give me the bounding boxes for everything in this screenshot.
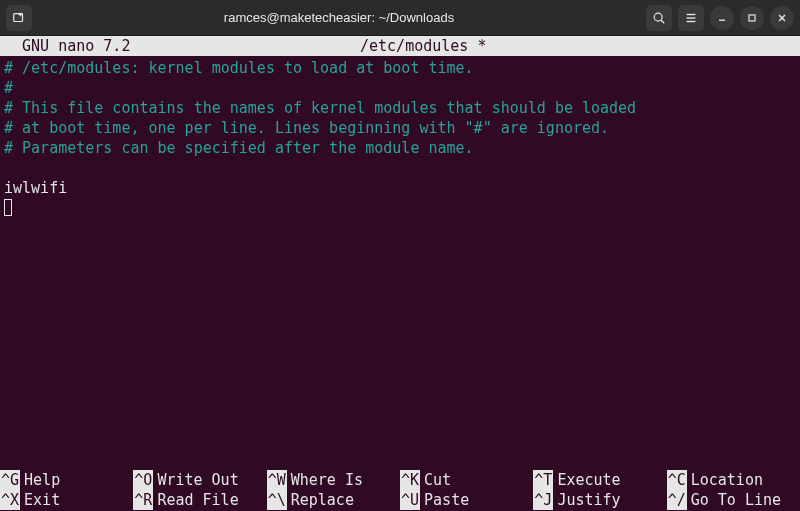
- nano-app-name: GNU nano 7.2: [4, 36, 130, 56]
- nano-status-bar: GNU nano 7.2 /etc/modules *: [0, 36, 800, 56]
- shortcut-label: Read File: [153, 490, 238, 510]
- editor-area[interactable]: # /etc/modules: kernel modules to load a…: [0, 56, 800, 470]
- window-title: ramces@maketecheasier: ~/Downloads: [32, 10, 646, 25]
- shortcut-help: ^GHelp: [0, 470, 133, 490]
- shortcut-label: Write Out: [153, 470, 238, 490]
- window-titlebar: ramces@maketecheasier: ~/Downloads: [0, 0, 800, 36]
- shortcut-gotoline: ^/Go To Line: [667, 490, 800, 510]
- shortcut-paste: ^UPaste: [400, 490, 533, 510]
- search-button[interactable]: [646, 5, 672, 31]
- nano-file-name: /etc/modules *: [130, 36, 716, 56]
- shortcut-key: ^/: [667, 490, 687, 510]
- shortcut-label: Paste: [420, 490, 469, 510]
- shortcut-label: Go To Line: [687, 490, 781, 510]
- shortcut-label: Exit: [20, 490, 60, 510]
- editor-line: # /etc/modules: kernel modules to load a…: [4, 59, 474, 77]
- shortcut-row-2: ^XExit ^RRead File ^\Replace ^UPaste ^JJ…: [0, 490, 800, 510]
- shortcut-label: Cut: [420, 470, 451, 490]
- shortcut-exit: ^XExit: [0, 490, 133, 510]
- shortcut-key: ^W: [267, 470, 287, 490]
- close-button[interactable]: [770, 6, 794, 30]
- shortcut-label: Where Is: [287, 470, 363, 490]
- shortcut-key: ^T: [533, 470, 553, 490]
- shortcut-row-1: ^GHelp ^OWrite Out ^WWhere Is ^KCut ^TEx…: [0, 470, 800, 490]
- shortcut-label: Justify: [553, 490, 620, 510]
- shortcut-whereis: ^WWhere Is: [267, 470, 400, 490]
- shortcut-label: Location: [687, 470, 763, 490]
- svg-point-3: [654, 13, 662, 21]
- new-tab-button[interactable]: [6, 5, 32, 31]
- shortcut-key: ^\: [267, 490, 287, 510]
- shortcut-readfile: ^RRead File: [133, 490, 266, 510]
- editor-line: # at boot time, one per line. Lines begi…: [4, 119, 609, 137]
- maximize-button[interactable]: [740, 6, 764, 30]
- shortcut-writeout: ^OWrite Out: [133, 470, 266, 490]
- editor-line: # Parameters can be specified after the …: [4, 139, 474, 157]
- shortcut-justify: ^JJustify: [533, 490, 666, 510]
- shortcut-key: ^C: [667, 470, 687, 490]
- nano-status-right: [716, 36, 796, 56]
- shortcut-replace: ^\Replace: [267, 490, 400, 510]
- shortcut-key: ^J: [533, 490, 553, 510]
- shortcut-key: ^U: [400, 490, 420, 510]
- shortcut-label: Replace: [287, 490, 354, 510]
- svg-rect-9: [749, 15, 755, 21]
- shortcut-key: ^X: [0, 490, 20, 510]
- shortcut-label: Execute: [553, 470, 620, 490]
- shortcut-cut: ^KCut: [400, 470, 533, 490]
- editor-line: #: [4, 79, 13, 97]
- shortcut-key: ^O: [133, 470, 153, 490]
- minimize-button[interactable]: [710, 6, 734, 30]
- shortcut-key: ^K: [400, 470, 420, 490]
- shortcut-execute: ^TExecute: [533, 470, 666, 490]
- shortcut-label: Help: [20, 470, 60, 490]
- svg-line-4: [661, 20, 664, 23]
- hamburger-menu-button[interactable]: [678, 5, 704, 31]
- shortcut-key: ^R: [133, 490, 153, 510]
- editor-line: iwlwifi: [4, 179, 67, 197]
- editor-line: # This file contains the names of kernel…: [4, 99, 636, 117]
- text-cursor: [4, 199, 12, 216]
- nano-shortcut-bar: ^GHelp ^OWrite Out ^WWhere Is ^KCut ^TEx…: [0, 470, 800, 511]
- shortcut-key: ^G: [0, 470, 20, 490]
- shortcut-location: ^CLocation: [667, 470, 800, 490]
